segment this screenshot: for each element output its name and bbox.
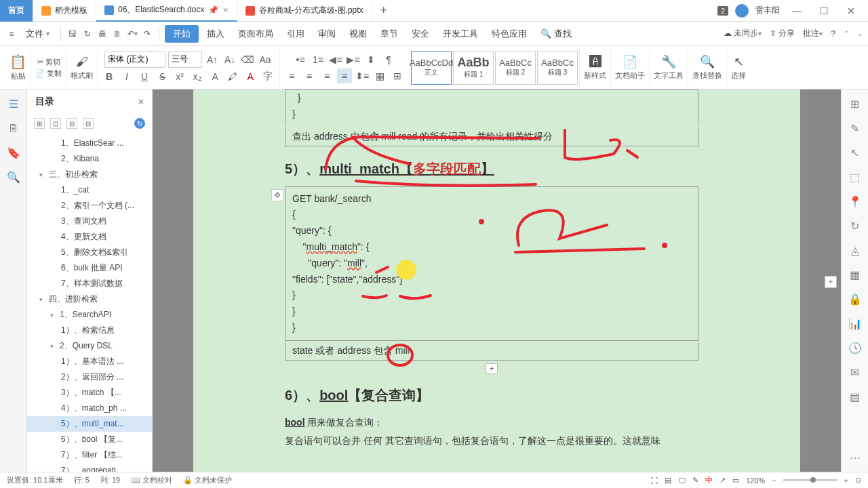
grow-font-icon[interactable]: A↑ — [205, 52, 220, 67]
tag-icon[interactable]: 🔖 — [6, 145, 21, 160]
select-group[interactable]: ↖选择 — [727, 49, 750, 87]
paste-icon[interactable]: 📋 — [9, 54, 26, 70]
toc-item[interactable]: 1）、检索信息 — [27, 323, 152, 338]
notification-badge[interactable]: 2 — [717, 6, 728, 16]
view-web-icon[interactable]: 🖵 — [678, 476, 686, 485]
tool-collapse2-icon[interactable]: ⊟ — [83, 118, 94, 129]
location-icon[interactable]: 📍 — [848, 194, 863, 209]
toc-section[interactable]: ▾四、进阶检索 — [27, 291, 152, 307]
cut-button[interactable]: ✂ 剪切 — [37, 57, 60, 67]
shading-icon[interactable]: ▦ — [372, 68, 387, 83]
clear-format-icon[interactable]: ⌫ — [240, 52, 255, 67]
case-icon[interactable]: Aa — [258, 52, 273, 67]
undo-icon[interactable]: ↶▾ — [126, 28, 138, 40]
toc-item[interactable]: 3）、match 【... — [27, 385, 152, 401]
pen-icon[interactable]: ✎ — [848, 121, 863, 136]
mail-icon[interactable]: ✉ — [848, 365, 863, 380]
style-heading3[interactable]: AaBbCc标题 3 — [537, 51, 578, 85]
cursor-rail-icon[interactable]: ↖ — [848, 145, 863, 160]
align-center-icon[interactable]: ≡ — [302, 68, 317, 83]
menu-file[interactable]: 文件▾ — [20, 25, 55, 43]
menu-special[interactable]: 特色应用 — [486, 25, 532, 43]
menu-view[interactable]: 视图 — [344, 25, 372, 43]
indent-inc-icon[interactable]: ▶≡ — [346, 52, 361, 67]
history-icon[interactable]: 🕓 — [848, 340, 863, 355]
menu-chapter[interactable]: 章节 — [375, 25, 403, 43]
text-effects-icon[interactable]: A — [208, 69, 222, 84]
menu-security[interactable]: 安全 — [406, 25, 435, 43]
hamburger-icon[interactable]: ≡ — [5, 28, 18, 40]
tab-home[interactable]: 首页 — [0, 0, 33, 22]
toc-item[interactable]: 7）、aggregati ... — [27, 463, 152, 472]
toc-item[interactable]: 3、查询文档 — [27, 214, 152, 229]
tool-collapse1-icon[interactable]: ⊟ — [66, 118, 77, 129]
toc-item[interactable]: 2）、返回部分 ... — [27, 369, 152, 385]
move-handle-icon[interactable]: ✥ — [271, 189, 283, 201]
toc-item[interactable]: 6、bulk 批量 API — [27, 260, 152, 276]
zoom-slider[interactable] — [783, 479, 837, 481]
font-name-select[interactable] — [104, 52, 165, 68]
view-fullscreen-icon[interactable]: ⛶ — [650, 476, 658, 485]
chart-icon[interactable]: 📊 — [848, 316, 863, 331]
tab-add[interactable]: + — [372, 3, 396, 18]
tab-template[interactable]: 稻壳模板 — [33, 0, 96, 22]
tool-expand2-icon[interactable]: ⊡ — [50, 118, 61, 129]
shield-icon[interactable]: ◬ — [848, 243, 863, 258]
save-icon[interactable]: 🖫 — [66, 28, 79, 40]
toc-item-active[interactable]: 5）、multi_mat... — [27, 416, 152, 432]
document-area[interactable]: 📄 🗑 } } 查出 address 中包含 mill road 的所有记录，并… — [153, 89, 841, 472]
char-shade-icon[interactable]: 字 — [260, 69, 275, 84]
avatar[interactable] — [735, 4, 749, 18]
search-rail-icon[interactable]: 🔍 — [6, 169, 21, 184]
format-painter-icon[interactable]: 🖌 — [76, 55, 88, 69]
find-replace-group[interactable]: 🔍查找替换 — [688, 49, 727, 87]
annotate-button[interactable]: 批注▾ — [803, 28, 823, 39]
bookmark-icon[interactable]: 🗎 — [6, 121, 21, 136]
font-size-select[interactable] — [168, 52, 202, 68]
italic-icon[interactable]: I — [119, 69, 134, 84]
zoom-out-icon[interactable]: − — [772, 476, 776, 485]
close-icon[interactable]: ✕ — [841, 5, 861, 16]
menu-search[interactable]: 🔍 查找 — [535, 25, 577, 43]
toc-subsection[interactable]: ▾2、Query DSL — [27, 338, 152, 354]
select-rail-icon[interactable]: ⬚ — [848, 169, 863, 184]
menu-layout[interactable]: 页面布局 — [233, 25, 279, 43]
grid-icon[interactable]: ▦ — [848, 267, 863, 282]
print-icon[interactable]: ↻ — [81, 28, 94, 40]
sync-icon[interactable]: ↻ — [848, 218, 863, 233]
help-icon[interactable]: ? — [831, 29, 835, 39]
maximize-icon[interactable]: ☐ — [814, 5, 834, 16]
toc-item[interactable]: 1）、基本语法 ... — [27, 354, 152, 369]
tool-expand1-icon[interactable]: ⊞ — [34, 118, 45, 129]
tab-document[interactable]: 06、ElasticSearch.docx 📌 × — [96, 0, 237, 22]
toc-item[interactable]: 7、样本测试数据 — [27, 276, 152, 291]
shrink-font-icon[interactable]: A↓ — [222, 52, 237, 67]
tool-refresh-icon[interactable]: ↻ — [134, 118, 145, 129]
borders-icon[interactable]: ⊞ — [390, 68, 405, 83]
share-button[interactable]: ⇪ 分享 — [770, 28, 795, 39]
view-print-icon[interactable]: ▤ — [665, 476, 671, 485]
add-row-button[interactable]: + — [486, 363, 498, 374]
view-outline-icon[interactable]: ✎ — [692, 476, 698, 485]
sidebar-close-icon[interactable]: × — [138, 96, 144, 107]
toc-item[interactable]: 2、Kibana — [27, 151, 152, 167]
view-reading-icon[interactable]: ▭ — [732, 476, 739, 485]
superscript-icon[interactable]: x² — [172, 69, 187, 84]
subscript-icon[interactable]: x₂ — [190, 69, 205, 84]
align-left-icon[interactable]: ≡ — [284, 68, 299, 83]
chevron-down-icon[interactable]: ⌄ — [857, 30, 863, 37]
menu-review[interactable]: 审阅 — [313, 25, 341, 43]
tab-ppt[interactable]: 谷粒商城-分布式高级-图.pptx — [237, 0, 372, 22]
font-color-icon[interactable]: A — [243, 69, 258, 84]
collapse-icon[interactable]: ⌃ — [844, 30, 849, 37]
ime-arrow-icon[interactable]: ↗ — [719, 476, 726, 485]
bold-icon[interactable]: B — [102, 69, 117, 84]
style-normal[interactable]: AaBbCcDd正文 — [411, 51, 452, 85]
toc-item[interactable]: 6）、bool 【复... — [27, 432, 152, 447]
toc-section[interactable]: ▾三、初步检索 — [27, 167, 152, 182]
lock-icon[interactable]: 🔒 — [848, 291, 863, 306]
numbering-icon[interactable]: 1≡ — [311, 52, 326, 67]
doc-helper-group[interactable]: 📄文档助手 — [611, 49, 650, 87]
highlight-icon[interactable]: 🖍 — [225, 69, 240, 84]
toc-item[interactable]: 5、删除文档&索引 — [27, 245, 152, 260]
